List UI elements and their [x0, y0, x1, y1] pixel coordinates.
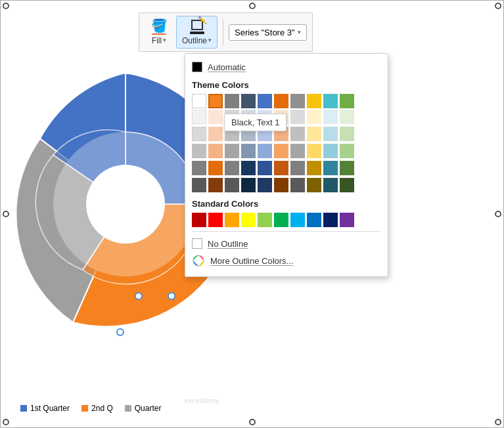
tint-2-7[interactable] [307, 127, 321, 141]
tint-4-5[interactable] [274, 161, 288, 175]
fill-underline [152, 33, 166, 35]
automatic-label: Automatic [208, 62, 246, 72]
tint-2-1[interactable] [208, 127, 223, 141]
theme-swatch-2[interactable] [225, 94, 239, 108]
std-swatch-9[interactable] [340, 213, 354, 227]
tint-1-1[interactable] [208, 110, 223, 124]
tint-5-4[interactable] [258, 178, 272, 192]
tint-4-0[interactable] [192, 161, 206, 175]
tint-2-8[interactable] [323, 127, 338, 141]
theme-swatch-1[interactable] [208, 94, 223, 108]
legend-item-3q: Quarter [125, 404, 162, 413]
legend-label-2q: 2nd Q [91, 404, 113, 413]
tint-4-7[interactable] [307, 161, 321, 175]
tint-3-2[interactable] [225, 144, 239, 158]
std-swatch-0[interactable] [192, 213, 206, 227]
tint-5-2[interactable] [225, 178, 239, 192]
tint-3-8[interactable] [323, 144, 338, 158]
pencil-icon: ✏️ [198, 16, 207, 24]
tint-5-9[interactable] [340, 178, 354, 192]
series-selector[interactable]: Series "Store 3" ▾ [229, 24, 307, 41]
handle-bc[interactable] [249, 419, 256, 425]
fill-caret: ▾ [163, 37, 166, 43]
tint-5-7[interactable] [307, 178, 321, 192]
tint-2-9[interactable] [340, 127, 354, 141]
standard-colors-title: Standard Colors [192, 199, 381, 209]
tint-row-4 [192, 161, 381, 175]
handle-bl[interactable] [3, 419, 9, 425]
svg-point-3 [168, 293, 175, 299]
tint-1-8[interactable] [323, 110, 338, 124]
more-colors-option[interactable]: More Outline Colors... [192, 251, 381, 270]
tint-4-1[interactable] [208, 161, 223, 175]
tint-5-1[interactable] [208, 178, 223, 192]
tint-1-9[interactable] [340, 110, 354, 124]
legend-label-3q: Quarter [135, 404, 162, 413]
theme-swatch-5[interactable] [274, 94, 288, 108]
outline-button[interactable]: ✏️ Outline ▾ [176, 16, 218, 49]
tint-4-8[interactable] [323, 161, 338, 175]
std-swatch-4[interactable] [258, 213, 272, 227]
tint-4-2[interactable] [225, 161, 239, 175]
tint-1-7[interactable] [307, 110, 321, 124]
std-swatch-8[interactable] [323, 213, 338, 227]
svg-point-1 [86, 165, 165, 244]
theme-swatch-3[interactable] [241, 94, 256, 108]
legend-item-2q: 2nd Q [81, 404, 113, 413]
tint-3-4[interactable] [258, 144, 272, 158]
tint-5-8[interactable] [323, 178, 338, 192]
std-swatch-3[interactable] [241, 213, 256, 227]
handle-mr[interactable] [495, 211, 501, 217]
no-outline-option[interactable]: No Outline [192, 236, 381, 251]
no-outline-label: No Outline [208, 239, 248, 249]
tint-3-1[interactable] [208, 144, 223, 158]
tint-4-4[interactable] [258, 161, 272, 175]
tint-4-9[interactable] [340, 161, 354, 175]
std-swatch-7[interactable] [307, 213, 321, 227]
tint-5-0[interactable] [192, 178, 206, 192]
fill-button[interactable]: 🪣 Fill ▾ [145, 16, 173, 48]
tint-row-5 [192, 178, 381, 192]
watermark: exceldemy [185, 396, 219, 404]
automatic-option[interactable]: Automatic [192, 59, 381, 75]
more-colors-label: More Outline Colors... [210, 256, 293, 266]
toolbar: 🪣 Fill ▾ ✏️ Outline ▾ [139, 12, 313, 52]
tint-3-5[interactable] [274, 144, 288, 158]
tint-3-7[interactable] [307, 144, 321, 158]
handle-tr[interactable] [495, 3, 501, 9]
handle-tc[interactable] [249, 3, 256, 9]
tint-1-6[interactable] [290, 110, 305, 124]
tint-3-0[interactable] [192, 144, 206, 158]
theme-swatch-6[interactable] [290, 94, 305, 108]
tint-2-6[interactable] [290, 127, 305, 141]
handle-tl[interactable] [3, 3, 9, 9]
tint-3-3[interactable] [241, 144, 256, 158]
legend-color-1q [20, 405, 27, 412]
tint-3-9[interactable] [340, 144, 354, 158]
theme-color-row-1 [192, 94, 381, 108]
std-swatch-6[interactable] [290, 213, 305, 227]
svg-point-4 [117, 329, 124, 335]
std-swatch-2[interactable] [225, 213, 239, 227]
tint-2-0[interactable] [192, 127, 206, 141]
theme-swatch-9[interactable] [340, 94, 354, 108]
tint-1-0[interactable] [192, 110, 206, 124]
std-swatch-5[interactable] [274, 213, 288, 227]
legend-color-3q [125, 405, 131, 412]
std-swatch-1[interactable] [208, 213, 223, 227]
handle-ml[interactable] [3, 211, 9, 217]
chart-container: 1st Quarter 2nd Q Quarter 🪣 Fill ▾ [0, 0, 504, 428]
outline-caret: ▾ [208, 37, 212, 43]
tint-5-3[interactable] [241, 178, 256, 192]
tint-3-6[interactable] [290, 144, 305, 158]
theme-swatch-7[interactable] [307, 94, 321, 108]
theme-swatch-8[interactable] [323, 94, 338, 108]
tint-4-3[interactable] [241, 161, 256, 175]
outline-label: Outline [182, 36, 207, 45]
tint-4-6[interactable] [290, 161, 305, 175]
theme-swatch-4[interactable] [258, 94, 272, 108]
handle-br[interactable] [495, 419, 501, 425]
tint-5-5[interactable] [274, 178, 288, 192]
tint-5-6[interactable] [290, 178, 305, 192]
theme-swatch-0[interactable] [192, 94, 206, 108]
